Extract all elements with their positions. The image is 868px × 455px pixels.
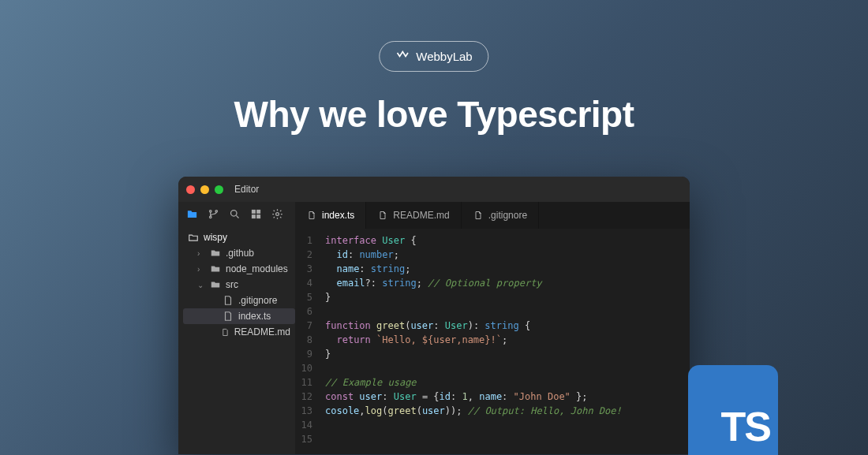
tab-label: .gitignore <box>488 210 527 221</box>
tab--gitignore[interactable]: .gitignore <box>462 202 539 229</box>
code-content[interactable]: interface User { id: number; name: strin… <box>320 233 690 454</box>
tree-root-label: wispy <box>204 232 227 243</box>
extensions-icon[interactable] <box>250 208 262 220</box>
window-controls <box>186 185 223 194</box>
editor-area: index.tsREADME.md.gitignore 123456789101… <box>295 202 690 454</box>
svg-rect-7 <box>256 214 260 218</box>
sidebar-toolbar <box>178 202 295 226</box>
typescript-badge: TS <box>688 365 778 455</box>
window-titlebar: Editor <box>178 177 690 202</box>
tab-index-ts[interactable]: index.ts <box>295 202 366 229</box>
chevron-icon: › <box>197 249 205 258</box>
file-icon <box>306 210 317 221</box>
svg-point-1 <box>210 216 212 218</box>
tab-README-md[interactable]: README.md <box>366 202 461 229</box>
settings-icon[interactable] <box>271 208 283 220</box>
folder-icon <box>210 279 221 290</box>
git-branch-icon[interactable] <box>208 208 219 220</box>
brand-logo-icon <box>395 48 410 65</box>
file-icon <box>473 210 484 221</box>
brand-name: WebbyLab <box>416 50 472 63</box>
svg-rect-5 <box>256 210 260 214</box>
brand-badge: WebbyLab <box>379 41 488 72</box>
tree-item-node_modules[interactable]: ›node_modules <box>183 261 295 277</box>
tree-item-label: README.md <box>234 326 290 338</box>
tree-item-index-ts[interactable]: index.ts <box>183 308 295 324</box>
maximize-button[interactable] <box>215 185 223 194</box>
tree-item-label: index.ts <box>238 311 271 322</box>
minimize-button[interactable] <box>200 185 209 194</box>
tree-item-README-md[interactable]: README.md <box>183 324 295 340</box>
file-tree: wispy ›.github›node_modules⌄src.gitignor… <box>178 226 295 340</box>
svg-point-8 <box>276 213 279 216</box>
svg-point-3 <box>231 211 238 217</box>
tree-item--github[interactable]: ›.github <box>183 245 295 261</box>
tree-item-label: .gitignore <box>238 295 277 306</box>
tab-label: index.ts <box>322 210 354 221</box>
editor-window: Editor <box>178 177 690 454</box>
tree-item-src[interactable]: ⌄src <box>183 277 295 293</box>
folder-icon[interactable] <box>186 208 198 220</box>
window-title: Editor <box>234 184 259 195</box>
typescript-badge-text: TS <box>721 403 770 450</box>
tree-item-label: node_modules <box>226 263 288 274</box>
file-icon <box>221 326 230 338</box>
close-button[interactable] <box>186 185 195 194</box>
svg-point-2 <box>215 211 218 213</box>
file-icon <box>377 210 388 221</box>
sidebar: wispy ›.github›node_modules⌄src.gitignor… <box>178 202 295 454</box>
tree-item-label: .github <box>226 248 254 259</box>
tree-root[interactable]: wispy <box>183 229 295 245</box>
search-icon[interactable] <box>229 208 241 220</box>
folder-open-icon <box>188 232 199 243</box>
line-gutter: 123456789101112131415 <box>295 233 320 454</box>
folder-icon <box>210 248 221 259</box>
folder-icon <box>210 263 221 274</box>
file-icon <box>223 295 234 306</box>
svg-point-0 <box>210 211 212 213</box>
tree-item--gitignore[interactable]: .gitignore <box>183 293 295 308</box>
chevron-icon: ⌄ <box>197 281 205 289</box>
tab-label: README.md <box>393 210 449 221</box>
tree-item-label: src <box>226 279 238 290</box>
svg-rect-4 <box>252 210 256 214</box>
tab-bar: index.tsREADME.md.gitignore <box>295 202 690 229</box>
file-icon <box>223 311 234 322</box>
svg-rect-6 <box>252 214 256 218</box>
code-area[interactable]: 123456789101112131415 interface User { i… <box>295 229 690 454</box>
chevron-icon: › <box>197 265 205 274</box>
page-title: Why we love Typescript <box>0 93 868 136</box>
